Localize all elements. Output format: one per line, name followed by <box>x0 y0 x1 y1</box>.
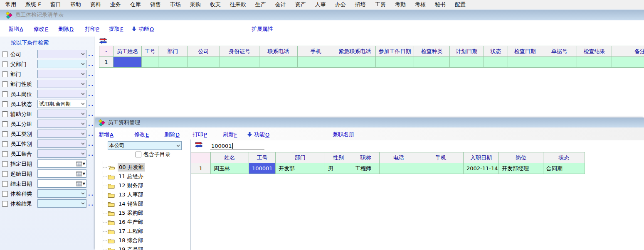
menu-item-13[interactable]: 生产 <box>251 0 271 9</box>
部门性质-checkbox[interactable] <box>2 81 8 87</box>
corner-header-cell[interactable]: - <box>191 152 211 163</box>
column-header[interactable]: 职称 <box>352 152 380 163</box>
data-cell[interactable]: 工程师 <box>352 163 380 174</box>
column-header[interactable]: 工号 <box>142 46 158 57</box>
swap-columns-icon[interactable] <box>99 38 107 45</box>
employee-search-input[interactable]: 100001 <box>210 140 264 150</box>
browse-dots-link[interactable]: .. <box>88 62 94 66</box>
delete-button[interactable]: 删除D <box>164 131 180 138</box>
menu-item-20[interactable]: 考勤 <box>390 0 410 9</box>
data-cell[interactable] <box>418 163 464 174</box>
menu-item-11[interactable]: 收支 <box>205 0 225 9</box>
function-button[interactable]: 功能O <box>247 131 269 138</box>
column-header[interactable]: 姓名 <box>211 152 249 163</box>
browse-dots-link[interactable]: .. <box>88 132 94 136</box>
menu-item-19[interactable]: 工资 <box>370 0 390 9</box>
include-subdir-checkbox[interactable]: 包含子目录 <box>136 151 170 158</box>
data-cell[interactable]: 男 <box>325 163 352 174</box>
data-cell[interactable] <box>542 57 577 68</box>
data-cell[interactable] <box>220 57 259 68</box>
column-header[interactable]: 单据号 <box>542 46 577 57</box>
extract-button[interactable]: 提取F <box>109 25 123 33</box>
column-header[interactable]: 检查结果 <box>577 46 612 57</box>
browse-dots-link[interactable]: .. <box>88 52 94 56</box>
data-cell[interactable] <box>484 57 508 68</box>
corner-header-cell[interactable]: - <box>99 46 114 57</box>
column-header[interactable]: 工号 <box>249 152 276 163</box>
refresh-button[interactable]: 刷新F <box>223 131 237 138</box>
tree-item-14[interactable]: 14 销售部 <box>98 199 188 208</box>
function-button[interactable]: 功能O <box>132 25 154 33</box>
add-button[interactable]: 新增A <box>8 25 23 33</box>
tree-item-13[interactable]: 13 人事部 <box>98 190 188 199</box>
menu-item-16[interactable]: 人事 <box>311 0 331 9</box>
menu-item-18[interactable]: 招培 <box>350 0 370 9</box>
data-cell[interactable]: 100001 <box>249 163 276 174</box>
menu-item-14[interactable]: 会计 <box>271 0 291 9</box>
menu-item-5[interactable]: 资料 <box>86 0 106 9</box>
print-button[interactable]: 打印P <box>85 25 99 33</box>
column-header[interactable]: 状态 <box>484 46 508 57</box>
data-cell[interactable] <box>334 57 376 68</box>
体检结果-checkbox[interactable] <box>2 201 8 207</box>
tree-item-00[interactable]: 00 开发部 <box>98 163 188 172</box>
menu-item-2[interactable]: 系统 F <box>21 0 46 9</box>
column-header[interactable]: 公司 <box>188 46 220 57</box>
data-cell[interactable] <box>142 57 158 68</box>
data-cell[interactable] <box>612 57 644 68</box>
browse-dots-link[interactable]: .. <box>88 72 94 76</box>
dropdown-select[interactable] <box>37 120 86 128</box>
browse-dots-link[interactable]: .. <box>88 112 94 116</box>
员工类别-checkbox[interactable] <box>2 131 8 137</box>
column-header[interactable]: 状态 <box>543 152 585 163</box>
browse-dots-link[interactable]: .. <box>88 122 94 126</box>
menu-item-4[interactable]: 帮助 <box>66 0 86 9</box>
column-header[interactable]: 手机 <box>418 152 464 163</box>
browse-dots-link[interactable]: .. <box>88 102 94 106</box>
tree-item-12[interactable]: 12 财务部 <box>98 181 188 190</box>
data-cell[interactable] <box>376 57 414 68</box>
父部门-checkbox[interactable] <box>2 61 8 67</box>
column-header[interactable]: 岗位 <box>499 152 543 163</box>
menu-item-21[interactable]: 考核 <box>410 0 430 9</box>
指定日期-checkbox[interactable] <box>2 161 8 167</box>
browse-dots-link[interactable]: .. <box>88 142 94 146</box>
tree-item-15[interactable]: 15 采购部 <box>98 208 188 218</box>
公司-checkbox[interactable] <box>2 51 8 57</box>
dropdown-select[interactable] <box>37 60 86 68</box>
menu-item-12[interactable]: 往来款 <box>225 0 251 9</box>
row-number-cell[interactable]: 1 <box>191 163 211 174</box>
dropdown-select[interactable] <box>37 50 86 58</box>
dropdown-select[interactable] <box>37 189 86 198</box>
menu-item-3[interactable]: 窗口 <box>46 0 66 9</box>
员工分组-checkbox[interactable] <box>2 121 8 127</box>
data-cell[interactable] <box>188 57 220 68</box>
column-header[interactable]: 计划日期 <box>450 46 484 57</box>
menu-item-9[interactable]: 市场 <box>165 0 185 9</box>
data-cell[interactable] <box>380 163 418 174</box>
edit-button[interactable]: 修改E <box>34 25 48 33</box>
column-header[interactable]: 入职日期 <box>464 152 499 163</box>
column-header[interactable]: 紧急联系电话 <box>334 46 376 57</box>
column-header[interactable]: 部门 <box>276 152 325 163</box>
部门-checkbox[interactable] <box>2 71 8 77</box>
体检种类-checkbox[interactable] <box>2 191 8 197</box>
column-header[interactable]: 员工姓名 <box>114 46 142 57</box>
swap-columns-icon[interactable] <box>195 142 203 149</box>
browse-dots-link[interactable]: .. <box>88 192 94 196</box>
menu-item-17[interactable]: 办公 <box>331 0 350 9</box>
tree-item-11[interactable]: 11 总经办 <box>98 172 188 181</box>
browse-dots-link[interactable]: .. <box>88 92 94 96</box>
data-cell[interactable] <box>114 57 142 68</box>
dropdown-select[interactable] <box>37 140 86 148</box>
dropdown-select[interactable] <box>37 110 86 118</box>
column-header[interactable]: 参加工作日期 <box>376 46 414 57</box>
column-header[interactable]: 部门 <box>158 46 188 57</box>
dropdown-select[interactable] <box>37 80 86 88</box>
column-header[interactable]: 身份证号 <box>220 46 259 57</box>
dropdown-select[interactable] <box>37 150 86 158</box>
员工状态-checkbox[interactable] <box>2 101 8 107</box>
extended-properties-link[interactable]: 扩展属性 <box>252 25 273 33</box>
add-button[interactable]: 新增A <box>99 131 114 138</box>
data-cell[interactable] <box>577 57 612 68</box>
